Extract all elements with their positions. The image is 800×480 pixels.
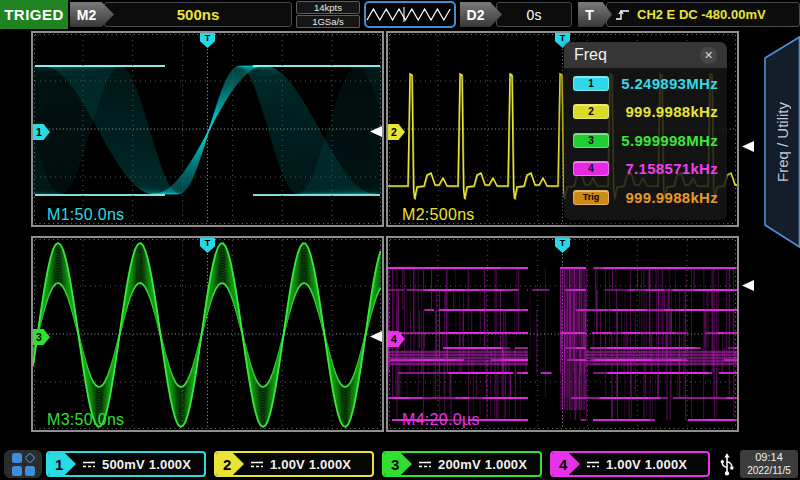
channel3-badge: 3 xyxy=(384,453,412,475)
channel2-scale: 1.00V 1.000X xyxy=(270,457,351,472)
channel3-scale: 200mV 1.000X xyxy=(438,457,527,472)
menu-square-icon xyxy=(12,466,22,476)
freq-row-ch4: 4 7.158571kHz xyxy=(564,155,727,184)
window1-timebase-label: M1:50.0ns xyxy=(47,206,124,224)
top-status-bar: TRIGED M2 500ns 14kpts 1GSa/s D2 0s T CH… xyxy=(0,0,800,29)
dc-coupling-icon xyxy=(418,459,432,470)
ch3-waveform xyxy=(33,238,382,430)
channel2-badge: 2 xyxy=(216,453,244,475)
rising-edge-icon xyxy=(615,8,631,22)
channel1-badge: 1 xyxy=(48,453,76,475)
grid-window-ch4[interactable]: T 4 M4:20.0µs xyxy=(386,236,739,432)
channel2-settings-button[interactable]: 2 1.00V 1.000X xyxy=(214,451,374,477)
ch3-freq-value: 5.999998MHz xyxy=(609,132,718,149)
dc-coupling-icon xyxy=(250,459,264,470)
clock-display: 09:14 2022/11/5 xyxy=(740,450,798,478)
dc-coupling-icon xyxy=(82,459,96,470)
window2-timebase-label: M2:500ns xyxy=(402,206,475,224)
grid-window-ch3[interactable]: T 3 M3:50.0ns xyxy=(31,236,384,432)
menu-square-icon xyxy=(25,466,35,476)
tab-freq-utility[interactable]: Freq / Utility xyxy=(762,36,800,248)
freq-row-ch1: 1 5.249893MHz xyxy=(564,69,727,98)
channel1-scale: 500mV 1.000X xyxy=(102,457,191,472)
ch4-freq-value: 7.158571kHz xyxy=(609,160,718,177)
trigger-level-arrow[interactable] xyxy=(742,141,754,152)
channel4-badge: 4 xyxy=(552,453,580,475)
time-text: 09:14 xyxy=(740,451,798,464)
trig-freq-value: 999.9988kHz xyxy=(609,189,718,206)
freq-panel-titlebar: Freq ✕ xyxy=(564,42,727,69)
ch1-badge: 1 xyxy=(573,76,609,91)
bottom-status-bar: 1 500mV 1.000X 2 1.00V 1.000X 3 200mV 1.… xyxy=(0,448,800,480)
trigger-info-text: CH2 E DC -480.00mV xyxy=(637,7,766,22)
freq-panel-title: Freq xyxy=(574,46,607,64)
date-text: 2022/11/5 xyxy=(740,464,798,477)
waveform-display-area: T 1 M1:50.0ns T 2 M2:500ns T 3 M3:50.0ns… xyxy=(0,29,800,448)
grid-window-ch1[interactable]: T 1 M1:50.0ns xyxy=(31,31,384,227)
trig-badge: Trig xyxy=(573,190,609,205)
ch3-badge: 3 xyxy=(573,133,609,148)
freq-row-ch3: 3 5.999998MHz xyxy=(564,126,727,155)
channel1-settings-button[interactable]: 1 500mV 1.000X xyxy=(46,451,206,477)
menu-diamond-icon xyxy=(24,452,35,463)
ch2-freq-value: 999.9988kHz xyxy=(609,103,718,120)
menu-apps-button[interactable] xyxy=(4,450,42,478)
preview-zigzag-icon xyxy=(366,3,454,26)
ch1-waveform xyxy=(33,33,382,225)
ch1-freq-value: 5.249893MHz xyxy=(609,75,718,92)
ch2-badge: 2 xyxy=(573,104,609,119)
sample-rate: 1GSa/s xyxy=(296,15,360,28)
delay-value-box[interactable]: 0s xyxy=(496,2,572,27)
channel4-scale: 1.00V 1.000X xyxy=(606,457,687,472)
ch4-waveform xyxy=(388,238,737,430)
waveform-preview-thumbnail[interactable] xyxy=(364,1,456,28)
window3-timebase-label: M3:50.0ns xyxy=(47,411,124,429)
trigger-info-box[interactable]: CH2 E DC -480.00mV xyxy=(606,2,800,27)
trigger-level-arrow[interactable] xyxy=(742,280,754,291)
timebase-value: 500ns xyxy=(177,6,220,23)
memory-depth: 14kpts xyxy=(296,1,360,14)
menu-square-icon xyxy=(12,453,22,463)
dc-coupling-icon xyxy=(586,459,600,470)
tab-label: Freq / Utility xyxy=(762,36,800,248)
acquisition-info: 14kpts 1GSa/s xyxy=(296,1,360,29)
delay-value: 0s xyxy=(527,7,542,23)
freq-row-ch2: 2 999.9988kHz xyxy=(564,98,727,127)
freq-row-trig: Trig 999.9988kHz xyxy=(564,183,727,212)
ch4-badge: 4 xyxy=(573,161,609,176)
timebase-value-box[interactable]: 500ns xyxy=(104,2,292,27)
usb-icon xyxy=(717,451,737,477)
channel4-settings-button[interactable]: 4 1.00V 1.000X xyxy=(550,451,710,477)
close-icon[interactable]: ✕ xyxy=(700,47,717,64)
freq-measurement-panel: Freq ✕ 1 5.249893MHz 2 999.9988kHz 3 5.9… xyxy=(564,42,727,220)
oscilloscope-screen: TRIGED M2 500ns 14kpts 1GSa/s D2 0s T CH… xyxy=(0,0,800,480)
window4-timebase-label: M4:20.0µs xyxy=(402,411,480,429)
trigger-status-badge: TRIGED xyxy=(0,0,68,29)
channel3-settings-button[interactable]: 3 200mV 1.000X xyxy=(382,451,542,477)
